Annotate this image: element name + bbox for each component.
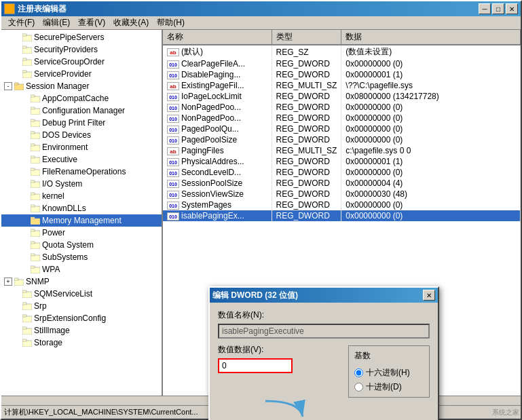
dialog-body: 数值名称(N): 数值数据(V): 基数 十六进制(H) xyxy=(210,303,438,420)
dialog-data-right: 基数 十六进制(H) 十进制(D) xyxy=(348,344,430,398)
radio-dec[interactable]: 十进制(D) xyxy=(354,381,424,393)
name-field[interactable] xyxy=(218,324,430,339)
dialog-data-left: 数值数据(V): xyxy=(218,344,343,373)
dialog-data-row: 数值数据(V): 基数 十六进制(H) 十进制(D) xyxy=(218,344,430,398)
arrow-decoration xyxy=(259,398,313,420)
base-label: 基数 xyxy=(354,350,424,362)
radio-hex-label: 十六进制(H) xyxy=(366,367,410,379)
radio-dec-label: 十进制(D) xyxy=(366,381,402,393)
name-label: 数值名称(N): xyxy=(218,309,430,321)
arrow-area xyxy=(218,398,430,418)
main-window: 注册表编辑器 ─ □ ✕ 文件(F) 编辑(E) 查看(V) 收藏夹(A) 帮助… xyxy=(0,0,522,420)
dialog-title-bar: 编辑 DWORD (32 位值) ✕ xyxy=(210,288,438,303)
data-value-field[interactable] xyxy=(218,358,293,373)
dialog-overlay: 编辑 DWORD (32 位值) ✕ 数值名称(N): 数值数据(V): 基数 xyxy=(1,1,521,419)
edit-dword-dialog: 编辑 DWORD (32 位值) ✕ 数值名称(N): 数值数据(V): 基数 xyxy=(208,286,439,420)
data-label: 数值数据(V): xyxy=(218,344,343,356)
radio-hex-input[interactable] xyxy=(354,368,363,377)
dialog-close-button[interactable]: ✕ xyxy=(423,290,435,301)
radio-hex[interactable]: 十六进制(H) xyxy=(354,367,424,379)
watermark: 系统之家 xyxy=(492,408,519,417)
radio-dec-input[interactable] xyxy=(354,383,363,392)
dialog-title-text: 编辑 DWORD (32 位值) xyxy=(212,290,298,301)
base-radio-group: 基数 十六进制(H) 十进制(D) xyxy=(348,345,430,398)
